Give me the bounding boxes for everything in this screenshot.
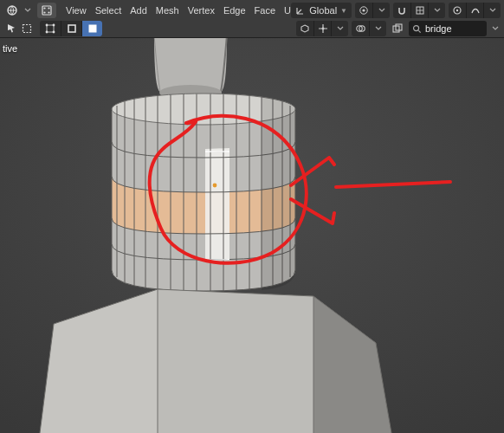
cursor-tool-icon[interactable] <box>3 21 19 36</box>
select-mode-vertex[interactable] <box>40 21 61 36</box>
svg-point-13 <box>46 24 48 27</box>
chevron-down-icon: ▼ <box>340 7 347 15</box>
editor-type-chevron-icon[interactable] <box>23 3 32 18</box>
viewport-header: View Select Add Mesh Vertex Edge Face UV… <box>0 0 504 38</box>
svg-point-16 <box>53 31 55 34</box>
header-top-row: View Select Add Mesh Vertex Edge Face UV… <box>0 2 504 19</box>
proportional-falloff-button[interactable] <box>466 3 483 18</box>
snap-cluster <box>393 3 445 18</box>
xray-toggle-button[interactable] <box>390 21 405 36</box>
proportional-cluster <box>449 3 501 18</box>
3d-cursor <box>213 184 217 188</box>
menu-edge[interactable]: Edge <box>219 3 250 17</box>
mode-overlay-text: tive <box>3 43 17 54</box>
pivot-chevron-icon[interactable] <box>372 3 390 18</box>
pivot-point-button[interactable] <box>355 3 372 18</box>
proportional-edit-button[interactable] <box>449 3 466 18</box>
svg-point-24 <box>414 25 419 30</box>
svg-point-19 <box>321 28 324 30</box>
menu-add[interactable]: Add <box>126 3 152 17</box>
svg-rect-11 <box>23 25 31 33</box>
pivot-cluster <box>355 3 390 18</box>
svg-rect-18 <box>89 25 96 32</box>
mesh-select-mode-group <box>40 21 102 36</box>
orientation-icon <box>295 5 306 16</box>
overlay-cluster <box>352 21 386 36</box>
menu-face[interactable]: Face <box>250 3 280 17</box>
header-top-right: Global ▼ <box>291 2 501 19</box>
svg-rect-1 <box>42 6 51 15</box>
transform-orientation-dropdown[interactable]: Global ▼ <box>291 3 352 18</box>
snap-toggle-button[interactable] <box>393 3 410 18</box>
select-mode-face[interactable] <box>81 21 102 36</box>
menu-vertex[interactable]: Vertex <box>184 3 219 17</box>
svg-point-10 <box>456 10 458 11</box>
search-icon <box>412 24 422 34</box>
svg-point-4 <box>43 11 45 13</box>
options-chevron-icon[interactable] <box>490 21 501 36</box>
svg-marker-33 <box>158 289 313 433</box>
viewport-scene <box>0 38 504 433</box>
snap-type-button[interactable] <box>410 3 428 18</box>
gizmos-chevron-icon[interactable] <box>331 21 348 36</box>
overlays-button[interactable] <box>352 21 369 36</box>
overlays-chevron-icon[interactable] <box>369 21 386 36</box>
menu-mesh[interactable]: Mesh <box>152 3 184 17</box>
svg-point-15 <box>46 31 48 34</box>
gizmos-button[interactable] <box>313 21 331 36</box>
svg-rect-17 <box>68 25 75 32</box>
editor-type-icon[interactable] <box>3 3 21 18</box>
orientation-label: Global <box>309 5 337 16</box>
operator-search-input[interactable] <box>425 23 470 34</box>
select-tool-icon[interactable] <box>19 21 35 36</box>
snap-chevron-icon[interactable] <box>428 3 445 18</box>
cylinder <box>112 94 295 292</box>
select-mode-edge[interactable] <box>61 21 81 36</box>
bottle-cap <box>154 38 227 100</box>
menu-view[interactable]: View <box>61 3 91 17</box>
menu-select[interactable]: Select <box>91 3 126 17</box>
3d-viewport[interactable] <box>0 38 504 433</box>
svg-point-6 <box>362 9 365 11</box>
svg-point-14 <box>53 24 55 27</box>
operator-search[interactable] <box>409 21 487 36</box>
svg-point-5 <box>48 11 49 13</box>
proportional-chevron-icon[interactable] <box>483 3 501 18</box>
header-bottom-row <box>0 20 504 37</box>
view-object-types-button[interactable] <box>296 21 313 36</box>
svg-rect-12 <box>47 25 54 32</box>
svg-point-2 <box>43 7 45 9</box>
svg-point-30 <box>213 184 217 188</box>
header-bottom-right <box>296 20 501 37</box>
interaction-mode-button[interactable] <box>37 3 56 18</box>
svg-point-3 <box>48 7 49 9</box>
visibility-cluster <box>296 21 348 36</box>
